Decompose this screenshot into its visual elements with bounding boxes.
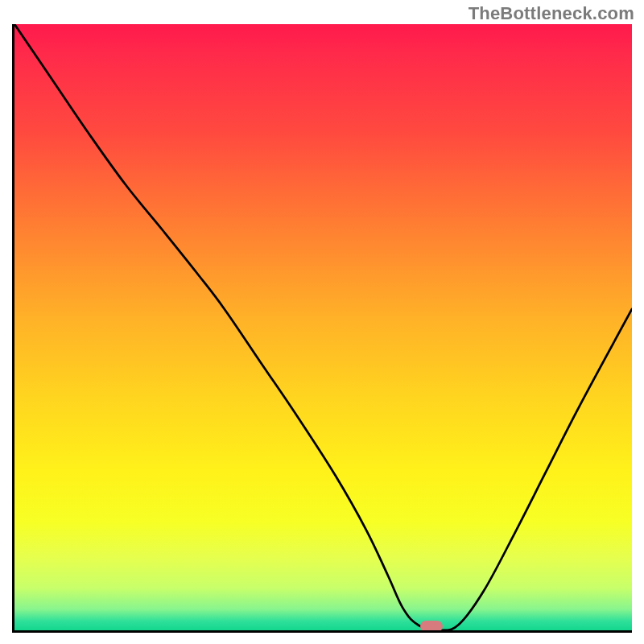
plot-area bbox=[12, 24, 632, 633]
bottleneck-curve bbox=[14, 24, 632, 630]
curve-layer bbox=[14, 24, 632, 630]
optimal-marker bbox=[420, 621, 443, 632]
attribution-label: TheBottleneck.com bbox=[469, 3, 634, 24]
chart-container: TheBottleneck.com bbox=[0, 0, 644, 644]
